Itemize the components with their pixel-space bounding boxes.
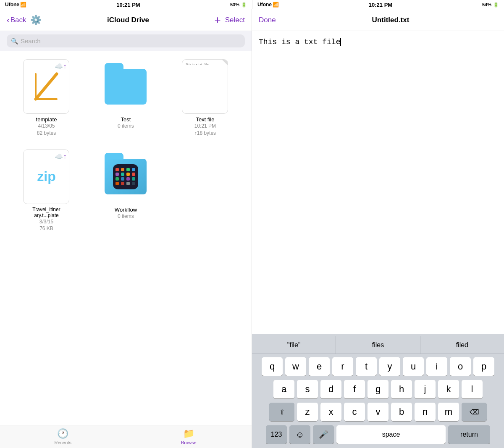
folder-icon bbox=[105, 69, 147, 105]
return-key[interactable]: return bbox=[448, 425, 490, 444]
suggestion-files-text: files bbox=[372, 341, 384, 349]
done-button[interactable]: Done bbox=[259, 16, 284, 24]
tab-browse[interactable]: 📁 Browse bbox=[126, 425, 252, 448]
file-item-workflow[interactable]: Workflow 0 items bbox=[86, 149, 165, 233]
dot bbox=[121, 177, 124, 181]
key-w[interactable]: w bbox=[285, 357, 306, 376]
editor-nav: Done Untitled.txt bbox=[252, 9, 504, 31]
key-h[interactable]: h bbox=[391, 380, 412, 398]
icons-left: 53% 🔋 bbox=[230, 2, 247, 8]
dot bbox=[126, 168, 130, 171]
dot bbox=[116, 168, 119, 171]
key-x[interactable]: x bbox=[320, 403, 341, 421]
key-row-3: ⇧ z x c v b n m ⌫ bbox=[254, 403, 502, 421]
keyboard-rows: q w e r t y u i o p a s d f g h bbox=[252, 354, 504, 444]
key-q[interactable]: q bbox=[262, 357, 283, 376]
key-a[interactable]: a bbox=[273, 380, 294, 398]
dot bbox=[121, 168, 124, 171]
space-key[interactable]: space bbox=[336, 425, 446, 444]
suggestion-files[interactable]: files bbox=[336, 336, 420, 354]
mic-key[interactable]: 🎤 bbox=[313, 425, 334, 444]
file-item-zip[interactable]: ☁️↑ zip Travel_Itinerary.t...plate 3/3/1… bbox=[7, 149, 86, 233]
search-placeholder: Search bbox=[21, 37, 41, 45]
key-j[interactable]: j bbox=[415, 380, 436, 398]
upload-icon: ☁️↑ bbox=[55, 62, 66, 70]
key-d[interactable]: d bbox=[320, 380, 341, 398]
left-pane: ‹ Back ⚙️ iCloud Drive + Select 🔍 Search… bbox=[0, 9, 252, 448]
workflow-meta: 0 items bbox=[118, 213, 134, 220]
time-right: 10:21 PM bbox=[279, 2, 482, 8]
key-m[interactable]: m bbox=[438, 403, 459, 421]
gear-icon[interactable]: ⚙️ bbox=[30, 15, 42, 26]
key-z[interactable]: z bbox=[297, 403, 318, 421]
key-o[interactable]: o bbox=[450, 357, 471, 376]
key-row-4: 123 ☺ 🎤 space return bbox=[254, 425, 502, 444]
carrier-left: Ufone bbox=[5, 2, 19, 8]
file-item-textfile[interactable]: This is a txt file Text file 10:21 PM↑18… bbox=[165, 59, 245, 137]
back-arrow-icon: ‹ bbox=[7, 15, 10, 25]
status-bar: Ufone 📶 10:21 PM 53% 🔋 Ufone 📶 10:21 PM … bbox=[0, 0, 504, 9]
shift-key[interactable]: ⇧ bbox=[269, 403, 294, 421]
template-name: template bbox=[36, 116, 57, 123]
dot bbox=[121, 182, 124, 185]
editor-content[interactable]: This is a txt file bbox=[252, 31, 504, 334]
key-i[interactable]: i bbox=[426, 357, 447, 376]
key-r[interactable]: r bbox=[332, 357, 353, 376]
zip-meta: 3/3/1576 KB bbox=[39, 218, 53, 233]
key-u[interactable]: u bbox=[403, 357, 424, 376]
key-n[interactable]: n bbox=[415, 403, 436, 421]
key-s[interactable]: s bbox=[297, 380, 318, 398]
dot bbox=[116, 182, 119, 185]
zip-thumb: ☁️↑ zip bbox=[23, 149, 69, 204]
dot bbox=[132, 182, 135, 185]
zip-upload-icon: ☁️↑ bbox=[55, 152, 66, 160]
key-l[interactable]: l bbox=[462, 380, 483, 398]
workflow-app-icon bbox=[113, 164, 138, 189]
dot bbox=[116, 173, 119, 176]
search-icon: 🔍 bbox=[11, 38, 18, 45]
back-label[interactable]: Back bbox=[10, 16, 26, 24]
key-e[interactable]: e bbox=[309, 357, 330, 376]
key-y[interactable]: y bbox=[379, 357, 400, 376]
signal-right: 📶 bbox=[273, 2, 279, 8]
workflow-thumb bbox=[102, 149, 149, 204]
key-k[interactable]: k bbox=[438, 380, 459, 398]
key-g[interactable]: g bbox=[368, 380, 388, 398]
battery-left: 53% bbox=[230, 2, 239, 7]
key-v[interactable]: v bbox=[368, 403, 388, 421]
add-button[interactable]: + bbox=[215, 13, 221, 26]
back-button[interactable]: ‹ Back bbox=[7, 15, 26, 25]
search-input[interactable]: 🔍 Search bbox=[7, 34, 245, 47]
keyboard-suggestions: "file" files filed bbox=[252, 336, 504, 354]
nav-bar: ‹ Back ⚙️ iCloud Drive + Select bbox=[0, 9, 252, 31]
key-p[interactable]: p bbox=[473, 357, 494, 376]
num-key[interactable]: 123 bbox=[266, 425, 287, 444]
dot bbox=[126, 182, 130, 185]
suggestion-quoted-text: "file" bbox=[287, 341, 301, 349]
file-grid: ☁️↑ template 4/13/0582 bytes bbox=[0, 51, 252, 425]
browse-label: Browse bbox=[181, 440, 197, 445]
time-left: 10:21 PM bbox=[26, 2, 230, 8]
select-button[interactable]: Select bbox=[225, 16, 245, 24]
key-t[interactable]: t bbox=[356, 357, 377, 376]
test-meta: 0 items bbox=[118, 123, 134, 130]
suggestion-quoted[interactable]: "file" bbox=[252, 336, 336, 354]
key-c[interactable]: c bbox=[344, 403, 365, 421]
zip-name: Travel_Itinerary.t...plate bbox=[32, 207, 60, 218]
file-row-2: ☁️↑ zip Travel_Itinerary.t...plate 3/3/1… bbox=[7, 149, 245, 233]
tab-recents[interactable]: 🕐 Recents bbox=[0, 425, 126, 448]
file-item-empty bbox=[165, 149, 245, 233]
txt-content: This is a txt file bbox=[186, 63, 224, 66]
key-b[interactable]: b bbox=[391, 403, 412, 421]
file-item-template[interactable]: ☁️↑ template 4/13/0582 bytes bbox=[7, 59, 86, 137]
suggestion-filed[interactable]: filed bbox=[420, 336, 504, 354]
key-f[interactable]: f bbox=[344, 380, 365, 398]
file-item-test[interactable]: Test 0 items bbox=[86, 59, 165, 137]
template-icon-svg bbox=[32, 70, 61, 103]
workflow-name: Workflow bbox=[115, 207, 137, 213]
file-row-1: ☁️↑ template 4/13/0582 bytes bbox=[7, 59, 245, 137]
textfile-thumb: This is a txt file bbox=[182, 59, 228, 114]
delete-key[interactable]: ⌫ bbox=[462, 403, 487, 421]
template-thumb: ☁️↑ bbox=[23, 59, 69, 114]
emoji-key[interactable]: ☺ bbox=[289, 425, 310, 444]
